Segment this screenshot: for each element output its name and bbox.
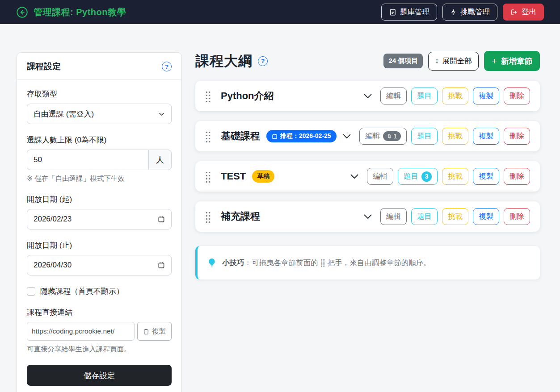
chapter-row: Python介紹 編輯 題目 挑戰 複製 刪除 — [195, 81, 540, 111]
paperclip-icon — [387, 133, 392, 139]
drag-handle[interactable] — [205, 211, 211, 223]
date-end-label: 開放日期 (止) — [27, 240, 172, 250]
access-type-label: 存取類型 — [27, 89, 172, 99]
course-settings-panel: 課程設定 ? 存取類型 自由選課 (需登入) 選課人數上限 (0為不限) 人 ※… — [17, 52, 182, 392]
edit-button[interactable]: 編輯 — [380, 88, 407, 104]
schedule-badge: 排程：2026-02-25 — [266, 130, 337, 142]
drag-handle[interactable] — [205, 171, 211, 183]
lightbulb-icon — [207, 258, 216, 268]
date-end-input[interactable]: 2026/04/30 — [27, 255, 172, 275]
hide-course-label: 隱藏課程（首頁不顯示） — [40, 286, 124, 296]
question-count-badge: 3 — [421, 171, 432, 182]
settings-help-icon[interactable]: ? — [162, 62, 172, 71]
delete-button[interactable]: 刪除 — [504, 88, 530, 104]
outline-title: 課程大綱 — [195, 52, 253, 71]
course-outline-section: 課程大綱 ? 24 個項目 ↕ 展開全部 + 新增章節 Python介紹 編輯 … — [195, 51, 540, 279]
hide-course-checkbox[interactable] — [27, 287, 35, 296]
capacity-note: ※ 僅在「自由選課」模式下生效 — [27, 174, 172, 183]
save-settings-button[interactable]: 儲存設定 — [27, 365, 172, 386]
challenge-button[interactable]: 挑戰 — [442, 168, 468, 185]
drag-handle[interactable] — [205, 130, 211, 142]
course-link-label: 課程直接連結 — [27, 307, 172, 317]
draft-badge: 草稿 — [252, 170, 274, 183]
duplicate-button[interactable]: 複製 — [473, 168, 499, 185]
back-arrow-icon — [16, 6, 28, 18]
chapter-title: 補充課程 — [221, 210, 260, 223]
chevron-down-icon — [158, 111, 165, 117]
calendar-icon — [272, 133, 278, 139]
add-chapter-button[interactable]: + 新增章節 — [484, 51, 540, 71]
delete-button[interactable]: 刪除 — [504, 168, 530, 185]
expand-arrows-icon: ↕ — [435, 57, 439, 66]
attachment-count-badge: 1 — [383, 131, 401, 141]
chevron-down-icon[interactable] — [341, 131, 352, 142]
challenge-button[interactable]: 挑戰 — [442, 88, 468, 104]
challenge-manage-button[interactable]: 挑戰管理 — [442, 4, 497, 21]
chevron-down-icon[interactable] — [362, 91, 373, 101]
calendar-icon[interactable] — [158, 262, 165, 269]
settings-title: 課程設定 — [27, 61, 61, 72]
question-bank-button[interactable]: 題庫管理 — [381, 4, 437, 21]
expand-all-button[interactable]: ↕ 展開全部 — [428, 52, 479, 71]
duplicate-button[interactable]: 複製 — [473, 208, 499, 225]
challenge-button[interactable]: 挑戰 — [442, 208, 468, 225]
chapter-title: Python介紹 — [221, 89, 274, 103]
chapter-row: TEST 草稿 編輯 題目 3 挑戰 複製 刪除 — [195, 161, 540, 192]
drag-handle[interactable] — [205, 90, 211, 102]
chapter-title: 基礎課程 — [221, 129, 260, 143]
page-title: 管理課程: Python教學 — [34, 6, 126, 18]
chevron-down-icon[interactable] — [362, 211, 373, 222]
date-start-label: 開放日期 (起) — [27, 194, 172, 204]
item-count-badge: 24 個項目 — [383, 54, 423, 68]
edit-button[interactable]: 編輯 1 — [359, 128, 407, 145]
questions-button[interactable]: 題目 — [411, 208, 438, 225]
duplicate-button[interactable]: 複製 — [473, 128, 499, 145]
capacity-input[interactable] — [27, 150, 148, 170]
duplicate-button[interactable]: 複製 — [473, 88, 499, 104]
access-type-select[interactable]: 自由選課 (需登入) — [27, 104, 172, 124]
copy-link-button[interactable]: 複製 — [137, 322, 172, 341]
plus-icon: + — [492, 56, 497, 66]
delete-button[interactable]: 刪除 — [504, 208, 530, 225]
date-start-input[interactable]: 2026/02/23 — [27, 209, 172, 229]
clipboard-icon — [143, 328, 149, 335]
delete-button[interactable]: 刪除 — [504, 128, 530, 145]
outline-help-icon[interactable]: ? — [258, 56, 268, 66]
back-button[interactable] — [16, 6, 28, 18]
edit-button[interactable]: 編輯 — [367, 168, 393, 185]
questions-button[interactable]: 題目 — [411, 88, 438, 104]
chevron-down-icon[interactable] — [349, 171, 360, 182]
logout-icon — [510, 8, 518, 16]
logout-button[interactable]: 登出 — [503, 4, 544, 21]
chapter-row: 補充課程 編輯 題目 挑戰 複製 刪除 — [195, 201, 540, 232]
course-link-input[interactable] — [27, 322, 135, 341]
challenge-button[interactable]: 挑戰 — [442, 128, 468, 145]
chapter-row: 基礎課程 排程：2026-02-25 編輯 — [195, 121, 540, 151]
questions-button[interactable]: 題目 3 — [398, 168, 438, 185]
capacity-label: 選課人數上限 (0為不限) — [27, 135, 172, 145]
capacity-unit-suffix: 人 — [148, 150, 172, 170]
chapter-title: TEST — [221, 171, 246, 182]
course-link-note: 可直接分享給學生進入課程頁面。 — [27, 345, 172, 354]
edit-button[interactable]: 編輯 — [380, 208, 407, 225]
tip-box: 小技巧：可拖曳各章節前面的 ⣿ 把手，來自由調整章節的順序。 — [195, 246, 540, 279]
tip-text: 小技巧：可拖曳各章節前面的 ⣿ 把手，來自由調整章節的順序。 — [222, 258, 431, 268]
calendar-icon[interactable] — [158, 216, 165, 223]
journal-icon — [389, 8, 396, 16]
questions-button[interactable]: 題目 — [411, 128, 438, 145]
lightning-icon — [450, 8, 457, 16]
top-navbar: 管理課程: Python教學 題庫管理 挑戰管理 — [0, 0, 560, 24]
